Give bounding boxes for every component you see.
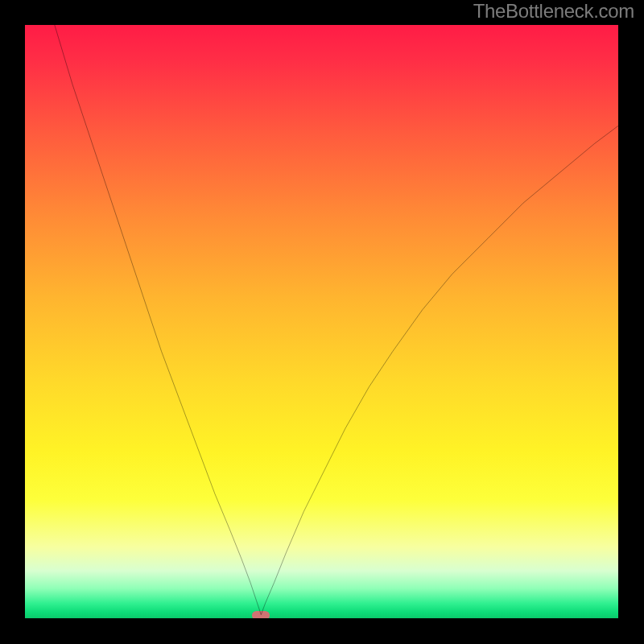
bottleneck-curve: [25, 25, 618, 618]
chart-frame: TheBottleneck.com: [0, 0, 644, 644]
plot-area: [25, 25, 618, 618]
watermark-text: TheBottleneck.com: [473, 0, 634, 23]
